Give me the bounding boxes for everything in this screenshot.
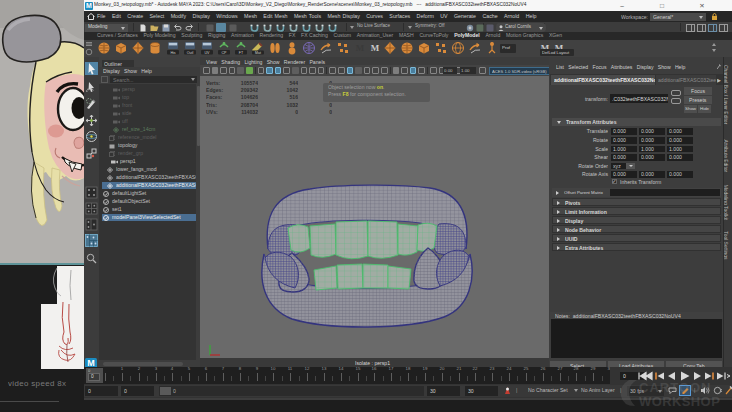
svg-text:WORKSHOP: WORKSHOP: [639, 394, 720, 409]
svg-text:CARTOON: CARTOON: [639, 380, 711, 395]
svg-text:His: His: [170, 51, 175, 55]
svg-text:Outl: Outl: [187, 51, 194, 55]
svg-text:CP: CP: [222, 51, 228, 55]
svg-text:UV: UV: [205, 51, 211, 55]
svg-text:M: M: [371, 43, 380, 53]
svg-text:M: M: [356, 43, 365, 53]
svg-text:Mat: Mat: [255, 51, 261, 55]
